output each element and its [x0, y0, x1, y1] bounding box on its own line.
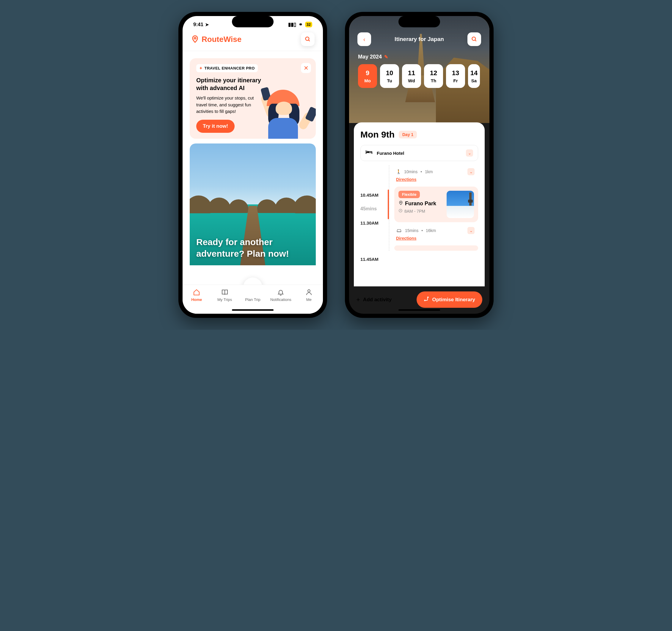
day-num: 12 — [430, 69, 437, 77]
svg-line-2 — [309, 40, 310, 41]
day-chip-12[interactable]: 12 Th — [424, 64, 443, 88]
timeline: 🚶 10mins • 1km ⌄ Directions 10.45AM 45mi… — [360, 165, 478, 251]
brand-pin-icon — [191, 35, 199, 43]
promo-close-button[interactable]: ✕ — [301, 63, 311, 73]
status-time: 9:41 — [193, 22, 203, 28]
day-num: 11 — [408, 69, 415, 77]
day-chip-13[interactable]: 13 Fr — [446, 64, 465, 88]
day-chip-11[interactable]: 11 Wd — [402, 64, 421, 88]
back-button[interactable]: ‹ — [357, 32, 371, 46]
search-button[interactable] — [301, 32, 315, 46]
home-indicator — [399, 309, 440, 311]
brand[interactable]: RouteWise — [191, 35, 241, 44]
travel-time: 10mins — [404, 169, 417, 174]
tab-me[interactable]: Me — [297, 288, 321, 302]
svg-point-4 — [472, 37, 476, 41]
activity-hours-text: 8AM - 7PM — [404, 209, 425, 213]
tab-notifications[interactable]: Notifications — [269, 288, 293, 302]
day-chip-14[interactable]: 14 Sa — [468, 64, 480, 88]
phone-itinerary: 9:41 ➤ ▮▮▯ ⚭ 32 ‹ Itinerary for Japan Ma… — [345, 12, 494, 318]
battery-badge: 32 — [305, 22, 312, 27]
tab-plantrip[interactable]: Plan Trip — [241, 288, 265, 302]
day-chip-10[interactable]: 10 Tu — [380, 64, 399, 88]
hero-card[interactable]: Ready for another adventure? Plan now! — [190, 144, 316, 265]
time-next: 11.45AM — [360, 257, 379, 262]
add-activity-label: Add activity — [363, 297, 391, 303]
days-scroll[interactable]: 9 Mo 10 Tu 11 Wd 12 Th 13 Fr 14 Sa — [349, 64, 489, 88]
car-icon — [396, 228, 402, 233]
travel-time: 15mins — [405, 228, 418, 233]
search-button[interactable] — [467, 32, 481, 46]
svg-point-6 — [367, 151, 368, 152]
svg-point-7 — [401, 202, 402, 203]
day-dow: Tu — [387, 78, 392, 83]
directions-link[interactable]: Directions — [396, 177, 478, 182]
activity-card-partial[interactable] — [394, 245, 478, 251]
dot-sep: • — [421, 228, 423, 233]
dot-sep: • — [421, 169, 422, 174]
hotel-name: Furano Hotel — [377, 151, 404, 156]
tab-mytrips[interactable]: My Trips — [213, 288, 237, 302]
walk-icon: 🚶 — [396, 169, 401, 174]
time-start: 10.45AM — [360, 193, 379, 198]
travel-segment-1: 🚶 10mins • 1km ⌄ Directions — [389, 165, 478, 185]
pencil-icon: ✎ — [384, 54, 388, 60]
chevron-down-icon[interactable]: ⌄ — [467, 227, 475, 234]
hotel-card[interactable]: Furano Hotel ⌄ — [360, 145, 478, 161]
optimise-button[interactable]: Optimise Itinerary — [416, 292, 482, 308]
home-indicator — [232, 309, 273, 311]
travel-segment-2: 15mins • 16km ⌄ Directions — [389, 224, 478, 244]
route-icon — [424, 296, 429, 303]
promo-badge: ✦ TRAVEL ENHANCER PRO — [196, 64, 258, 72]
day-num: 9 — [366, 69, 369, 77]
close-icon: ✕ — [304, 65, 309, 72]
travel-dist: 16km — [426, 228, 436, 233]
book-icon — [221, 288, 229, 296]
chevron-left-icon: ‹ — [363, 36, 365, 43]
bottom-actions: + Add activity Optimise Itinerary — [356, 292, 482, 308]
day-dow: Mo — [364, 78, 371, 83]
notch — [399, 16, 440, 27]
svg-point-12 — [428, 297, 429, 298]
search-icon — [305, 36, 311, 42]
day-dow: Th — [431, 78, 436, 83]
sparkle-icon: ✦ — [199, 66, 203, 70]
day-dow: Sa — [471, 78, 477, 83]
itinerary-title: Itinerary for Japan — [394, 36, 444, 43]
month-selector[interactable]: May 2024 ✎ — [349, 46, 489, 64]
svg-line-5 — [475, 40, 476, 41]
tab-home[interactable]: Home — [185, 288, 209, 302]
day-dow: Fr — [453, 78, 458, 83]
sheet-date: Mon 9th — [360, 129, 394, 140]
location-arrow-icon: ➤ — [205, 22, 209, 27]
clock-icon — [399, 208, 403, 213]
tab-trips-label: My Trips — [217, 297, 232, 302]
pin-icon — [399, 201, 403, 207]
directions-link[interactable]: Directions — [396, 236, 478, 241]
tab-notif-label: Notifications — [270, 297, 291, 302]
promo-badge-text: TRAVEL ENHANCER PRO — [205, 66, 255, 70]
link-icon: ⚭ — [298, 21, 303, 28]
hero-headline: Ready for another adventure? Plan now! — [196, 236, 309, 259]
home-icon — [193, 288, 200, 296]
app-header: RouteWise — [183, 29, 323, 51]
promo-cta-button[interactable]: Try it now! — [196, 120, 235, 133]
day-num: 13 — [452, 69, 459, 77]
activity-card[interactable]: Flexible Furano Park 8AM - 7PM — [394, 186, 478, 222]
duration-label: 45mins — [360, 206, 377, 211]
itinerary-header: ‹ Itinerary for Japan — [349, 29, 489, 46]
user-icon — [305, 288, 313, 296]
add-activity-button[interactable]: + Add activity — [356, 296, 391, 304]
search-icon — [471, 36, 477, 42]
itinerary-sheet: Mon 9th Day 1 Furano Hotel ⌄ 🚶 10mins — [354, 122, 485, 286]
svg-point-11 — [425, 300, 426, 301]
day-chip-9[interactable]: 9 Mo — [358, 64, 377, 88]
svg-point-3 — [308, 289, 310, 292]
promo-card: ✦ TRAVEL ENHANCER PRO ✕ Optimize your it… — [190, 58, 316, 139]
chevron-down-icon[interactable]: ⌄ — [467, 168, 475, 175]
tab-home-label: Home — [191, 297, 202, 302]
chevron-down-icon[interactable]: ⌄ — [466, 149, 473, 156]
svg-point-1 — [306, 37, 309, 41]
svg-point-0 — [194, 37, 196, 39]
plus-icon: + — [356, 296, 360, 304]
